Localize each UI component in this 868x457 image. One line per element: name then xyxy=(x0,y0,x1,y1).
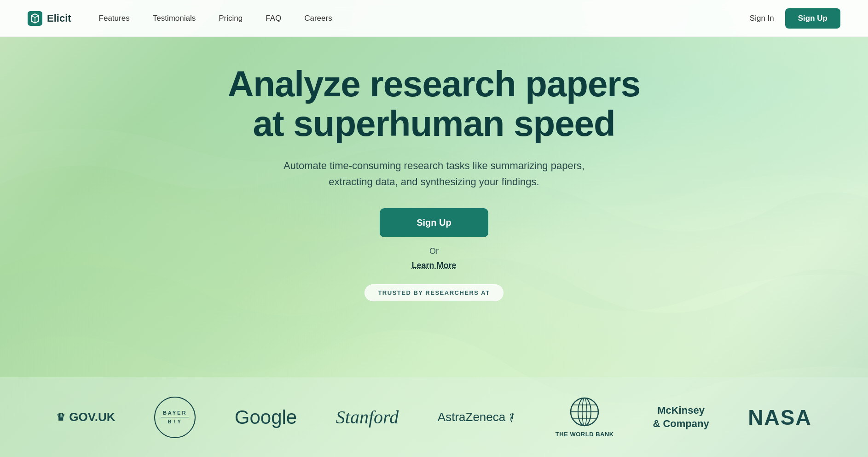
nav-pricing[interactable]: Pricing xyxy=(219,14,243,23)
headline-line2: at superhuman speed xyxy=(253,103,615,144)
nav-faq[interactable]: FAQ xyxy=(266,14,281,23)
nav-careers[interactable]: Careers xyxy=(304,14,332,23)
logo-govuk: ♛ GOV.UK xyxy=(56,410,115,424)
logo-text: Elicit xyxy=(47,12,71,24)
worldbank-text: THE WORLD BANK xyxy=(556,431,614,439)
bayer-logo: BAYER B / Y xyxy=(154,397,196,438)
nasa-wordmark: NASA xyxy=(748,405,811,430)
hero-headline: Analyze research papers at superhuman sp… xyxy=(228,64,640,144)
logo-stanford: Stanford xyxy=(336,406,399,428)
mckinsey-line2: & Company xyxy=(653,417,709,431)
bayer-cross-horizontal xyxy=(161,417,189,418)
mckinsey-line1: McKinsey xyxy=(653,404,709,417)
nav-links: Features Testimonials Pricing FAQ Career… xyxy=(99,14,750,23)
headline-line1: Analyze research papers xyxy=(228,64,640,104)
hero-subtext: Automate time-consuming research tasks l… xyxy=(278,158,590,190)
astrazeneca-text: AstraZeneca xyxy=(438,410,505,424)
nav-sign-up-button[interactable]: Sign Up xyxy=(785,8,840,29)
trusted-badge: TRUSTED BY RESEARCHERS AT xyxy=(365,284,503,301)
hero-or-text: Or xyxy=(228,246,640,256)
hero-learn-more-button[interactable]: Learn More xyxy=(411,261,456,270)
nav-features[interactable]: Features xyxy=(99,14,130,23)
astrazeneca-wordmark: AstraZeneca xyxy=(438,410,516,424)
logos-section: ♛ GOV.UK BAYER B / Y Google Stanford xyxy=(0,377,868,457)
logo-mckinsey: McKinsey & Company xyxy=(653,404,709,430)
govuk-text: GOV.UK xyxy=(69,410,115,424)
worldbank-globe-icon xyxy=(568,396,601,428)
nav-testimonials[interactable]: Testimonials xyxy=(153,14,196,23)
logo-astrazeneca: AstraZeneca xyxy=(438,410,516,424)
bayer-slash: / xyxy=(174,419,176,424)
stanford-wordmark: Stanford xyxy=(336,406,399,428)
navbar: Elicit Features Testimonials Pricing FAQ… xyxy=(0,0,868,37)
crown-icon: ♛ xyxy=(56,411,65,423)
mckinsey-wordmark: McKinsey & Company xyxy=(653,404,709,430)
sign-in-link[interactable]: Sign In xyxy=(750,14,774,23)
bayer-top: BAYER xyxy=(163,410,187,416)
nav-right: Sign In Sign Up xyxy=(750,8,840,29)
logo-nasa: NASA xyxy=(748,405,811,430)
bayer-y: Y xyxy=(177,419,182,424)
logo-worldbank: THE WORLD BANK xyxy=(556,396,614,439)
govuk-logo: ♛ GOV.UK xyxy=(56,410,115,424)
hero-signup-button[interactable]: Sign Up xyxy=(380,208,488,237)
bayer-bottom: B / Y xyxy=(168,419,182,424)
astrazeneca-symbol xyxy=(507,412,516,423)
bayer-b: B xyxy=(168,419,173,424)
google-wordmark: Google xyxy=(235,406,297,428)
logo-google: Google xyxy=(235,406,297,428)
logo-bayer: BAYER B / Y xyxy=(154,397,196,438)
hero-section: Analyze research papers at superhuman sp… xyxy=(0,0,868,457)
elicit-logo-icon xyxy=(28,11,42,26)
hero-content: Analyze research papers at superhuman sp… xyxy=(228,37,640,324)
logo-link[interactable]: Elicit xyxy=(28,11,71,26)
